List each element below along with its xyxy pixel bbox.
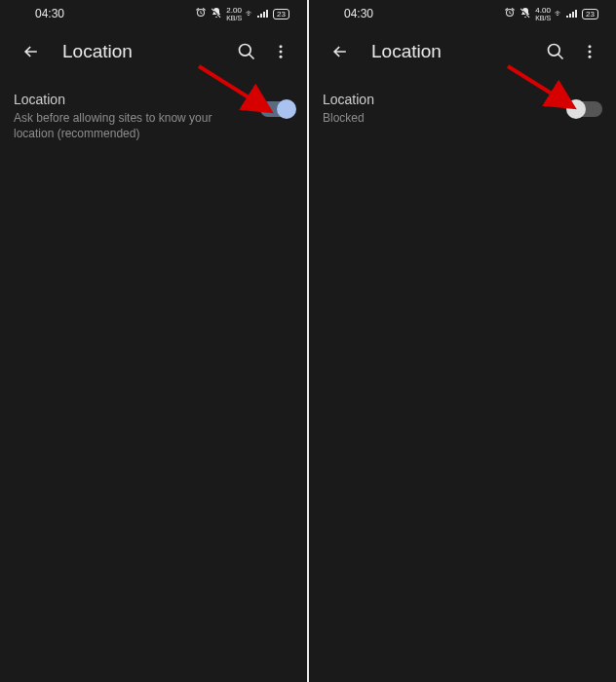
status-time: 04:30 xyxy=(35,7,64,20)
screen-right: 04:30 4.00 KB/S ᯤ 23 Location xyxy=(309,0,616,682)
toggle-knob xyxy=(566,99,586,119)
page-title: Location xyxy=(62,41,229,62)
setting-desc: Blocked xyxy=(323,110,558,126)
svg-point-3 xyxy=(280,56,283,58)
page-title: Location xyxy=(371,41,538,62)
back-button[interactable] xyxy=(14,34,49,69)
battery-indicator: 23 xyxy=(273,9,289,19)
location-setting-row[interactable]: Location Ask before allowing sites to kn… xyxy=(0,76,307,141)
network-icon: ᯤ xyxy=(555,9,562,19)
signal-icon xyxy=(257,8,269,19)
battery-indicator: 23 xyxy=(582,9,598,19)
status-icons: 4.00 KB/S ᯤ 23 xyxy=(504,7,598,21)
location-toggle-on[interactable] xyxy=(260,101,293,117)
svg-point-2 xyxy=(280,51,283,54)
back-button[interactable] xyxy=(323,34,358,69)
svg-point-8 xyxy=(589,51,592,54)
svg-point-0 xyxy=(240,45,251,57)
setting-text: Location Blocked xyxy=(323,92,569,126)
app-bar: Location xyxy=(309,27,616,76)
svg-point-9 xyxy=(589,56,592,58)
alarm-icon xyxy=(195,7,207,20)
location-setting-row[interactable]: Location Blocked xyxy=(309,76,616,126)
mute-icon xyxy=(211,7,222,20)
more-icon[interactable] xyxy=(573,35,606,68)
setting-title: Location xyxy=(14,92,249,107)
signal-icon xyxy=(566,8,578,19)
svg-point-1 xyxy=(280,45,283,48)
setting-text: Location Ask before allowing sites to kn… xyxy=(14,92,260,141)
toggle-knob xyxy=(277,99,296,119)
setting-desc: Ask before allowing sites to know your l… xyxy=(14,110,249,141)
app-bar: Location xyxy=(0,27,307,76)
setting-title: Location xyxy=(323,92,558,107)
location-toggle-off[interactable] xyxy=(569,101,602,117)
svg-point-6 xyxy=(549,45,560,57)
status-bar: 04:30 2.00 KB/S ᯤ 23 xyxy=(0,0,307,27)
svg-point-7 xyxy=(589,45,592,48)
net-speed: 2.00 KB/S xyxy=(226,7,242,21)
screen-left: 04:30 2.00 KB/S ᯤ 23 Location xyxy=(0,0,307,682)
alarm-icon xyxy=(504,7,516,20)
net-speed: 4.00 KB/S xyxy=(535,7,551,21)
mute-icon xyxy=(520,7,531,20)
status-icons: 2.00 KB/S ᯤ 23 xyxy=(195,7,289,21)
search-icon[interactable] xyxy=(229,34,264,69)
status-time: 04:30 xyxy=(344,7,373,20)
status-bar: 04:30 4.00 KB/S ᯤ 23 xyxy=(309,0,616,27)
network-icon: ᯤ xyxy=(246,9,253,19)
search-icon[interactable] xyxy=(538,34,573,69)
more-icon[interactable] xyxy=(264,35,297,68)
